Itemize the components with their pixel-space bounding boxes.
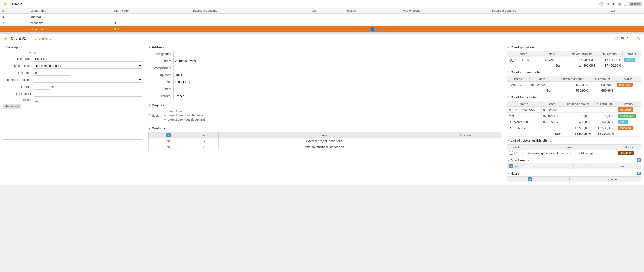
tax-number-input[interactable] xyxy=(34,91,142,97)
row-closed[interactable] xyxy=(345,14,400,20)
detail-history-icon[interactable]: 🕐 xyxy=(614,37,618,40)
contact-del[interactable]: 🗑 xyxy=(149,138,189,144)
quotation-row[interactable]: Qt_0014BF-554 01/22/2021 14 500,00 € 17 … xyxy=(507,57,641,63)
contact-name: external project leader one xyxy=(218,138,430,144)
description-title: Description xyxy=(6,46,23,49)
add-contact-button[interactable]: + xyxy=(166,133,171,137)
ticket-checkbox[interactable] xyxy=(509,151,513,155)
col-right: ▼ Client quotation name date untaxed amo… xyxy=(504,43,644,185)
street-input[interactable] xyxy=(173,58,501,64)
history-icon[interactable]: 🕐 xyxy=(599,2,604,6)
table-row[interactable]: 3 internal xyxy=(0,14,644,20)
detail-more-icon[interactable]: ⋮ xyxy=(631,37,634,40)
description-section-header[interactable]: ▼ Description xyxy=(3,46,142,49)
contacts-header-row: + id name function xyxy=(149,132,501,138)
tickets-title: List of tickets for this client xyxy=(511,139,551,142)
top-bar-actions: 🕐 ↻ ▼ ⊞ ⋮ closed xyxy=(599,2,642,6)
table-row-selected[interactable]: 1 client one 001 xyxy=(0,26,644,32)
commands-sum-row: Sum 500,00 € 600,00 € xyxy=(507,88,641,93)
description-textarea[interactable] xyxy=(3,109,142,140)
projects-section-header[interactable]: ▼ Projects xyxy=(148,104,501,107)
description-tab-area: description xyxy=(3,104,142,140)
invoice-row[interactable]: Bill for tests 13 500,00 € 13 500,00 € r… xyxy=(507,125,641,131)
city-label: city xyxy=(148,80,173,84)
quotation-section-header[interactable]: ▼ Client quotation xyxy=(507,46,641,49)
row-name: client one xyxy=(28,26,112,32)
contacts-section-header[interactable]: ▼ Contacts xyxy=(148,126,501,130)
row-closed[interactable] xyxy=(345,26,400,32)
add-note-button[interactable]: + xyxy=(528,177,532,181)
detail-save-icon[interactable]: 💾 xyxy=(621,37,624,40)
invoice-row[interactable]: Bill March 2012 03/31/2012 2 400,00 € 2 … xyxy=(507,119,641,125)
complement-input[interactable] xyxy=(173,65,501,71)
notes-arrow: ▼ xyxy=(507,172,509,175)
address-section-header[interactable]: ▼ Address xyxy=(148,46,501,49)
columns-icon[interactable]: ⊞ xyxy=(618,2,621,6)
add-attachment-button[interactable]: + xyxy=(509,164,513,168)
state-input[interactable] xyxy=(173,86,501,92)
tickets-section-header[interactable]: ▼ List of tickets for this client xyxy=(507,139,641,142)
attachments-section-header[interactable]: ▼ Attachments xyxy=(507,159,529,162)
attach-link-icon[interactable]: 🔗 xyxy=(514,165,518,168)
more-icon[interactable]: ⋮ xyxy=(623,2,627,6)
table-row[interactable]: 2 client two 002 xyxy=(0,20,644,26)
col-tax-2: tax xyxy=(608,8,644,14)
q-full: 17 400,00 € xyxy=(597,57,623,63)
qcol-name: name xyxy=(507,51,540,57)
description-tab[interactable]: description xyxy=(3,104,21,109)
contact-id: 5 xyxy=(189,138,218,144)
designation-input[interactable] xyxy=(173,51,501,57)
projects-label: Projects : xyxy=(148,114,161,117)
type-select[interactable]: business prospect xyxy=(34,63,142,69)
invoices-section-header[interactable]: ▼ Client Invoices list xyxy=(507,95,641,99)
country-input[interactable] xyxy=(173,93,501,99)
row-deadline2 xyxy=(490,26,608,32)
tickets-header-row: Ticket name status xyxy=(507,145,641,150)
c-untaxed: 500,00 € xyxy=(555,82,590,88)
filter-icon[interactable]: ▼ xyxy=(612,2,615,6)
commands-section-header[interactable]: ▼ Client commands list xyxy=(507,71,641,74)
field-tax-rate: tax rate % xyxy=(3,84,142,90)
street-label: street xyxy=(148,59,173,63)
id-value: # 1 xyxy=(34,51,38,55)
ticket-row[interactable]: #2 Enter some quotes on filed names : er… xyxy=(507,150,641,156)
q-sum-full: 17 400,00 € xyxy=(597,63,623,68)
detail-refresh-icon[interactable]: ↻ xyxy=(627,37,629,40)
quotation-title: Client quotation xyxy=(511,46,534,49)
invoice-row[interactable]: test 03/15/2012 0,00 € 0,00 € in progres… xyxy=(507,113,641,119)
detail-title: Client #1 xyxy=(11,36,26,41)
qcol-full: full amount xyxy=(597,51,623,57)
qcol-untaxed: untaxed amount xyxy=(564,51,597,57)
t-name: Enter some quotes on filed names : error… xyxy=(523,150,616,156)
c-sum-untaxed: 500,00 € xyxy=(555,88,590,93)
col-payment-deadline: payment deadline xyxy=(191,8,309,14)
notes-section-header[interactable]: ▼ Notes xyxy=(507,172,519,175)
row-closed[interactable] xyxy=(345,20,400,26)
contact-del[interactable]: 🗑 xyxy=(149,144,189,150)
list-section: id client name client code payment deadl… xyxy=(0,8,644,32)
payment-deadline-select[interactable] xyxy=(34,77,142,83)
invoice-row[interactable]: Bill_001-0002-ABC 01/22/2021 recorded xyxy=(507,107,641,113)
closed-checkbox[interactable] xyxy=(35,98,38,102)
client-name-input[interactable] xyxy=(34,56,142,62)
delete-contact-button[interactable]: 🗑 xyxy=(167,145,170,149)
acol-file: file xyxy=(603,163,641,169)
col-client-code: client code xyxy=(112,8,191,14)
notes-title: Notes xyxy=(511,172,519,175)
client-code-input[interactable] xyxy=(34,70,70,76)
app-logo: ⚡ xyxy=(2,1,8,6)
refresh-icon[interactable]: ↻ xyxy=(606,2,609,6)
commands-arrow: ▼ xyxy=(507,71,509,74)
q-sum-untaxed: 14 500,00 € xyxy=(564,63,597,68)
i-status: recorded xyxy=(616,107,641,113)
contact-row[interactable]: 🗑 7 external business leader one xyxy=(149,144,501,150)
detail-edit-icon[interactable]: ✏️ xyxy=(637,37,641,40)
city-input[interactable] xyxy=(173,79,501,85)
delete-contact-button[interactable]: 🗑 xyxy=(167,139,170,143)
contact-row[interactable]: 🗑 5 external project leader one xyxy=(149,138,501,144)
c-date: 01/22/2021 xyxy=(529,82,555,88)
zip-input[interactable] xyxy=(173,72,501,78)
command-row[interactable]: Evol0023 01/22/2021 500,00 € 600,00 € re… xyxy=(507,82,641,88)
tax-rate-input[interactable] xyxy=(34,84,50,90)
attachments-count: 0 xyxy=(637,158,641,162)
